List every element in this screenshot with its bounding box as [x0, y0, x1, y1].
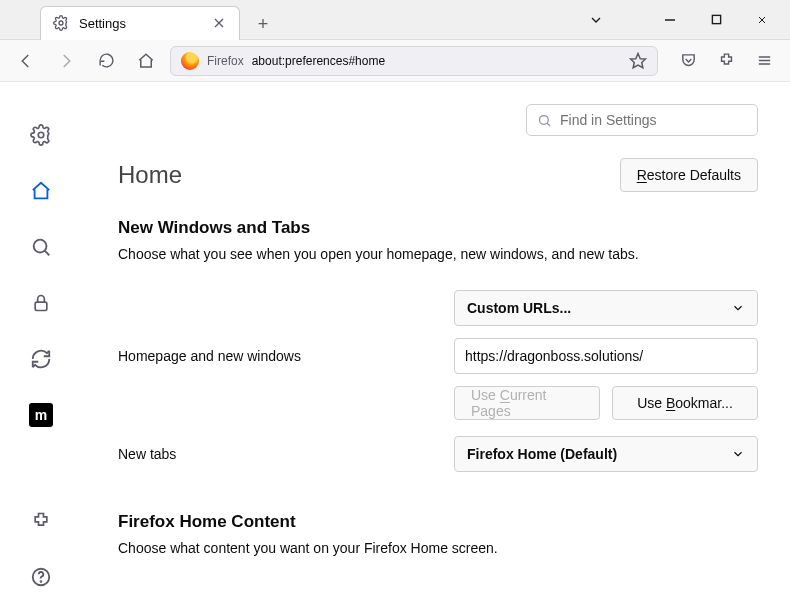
homepage-label: Homepage and new windows	[118, 348, 454, 364]
gear-icon	[53, 15, 69, 31]
sidebar-item-help[interactable]	[21, 558, 61, 596]
newtabs-select[interactable]: Firefox Home (Default)	[454, 436, 758, 472]
identity-label: Firefox	[207, 54, 244, 68]
window-controls	[578, 2, 790, 38]
homepage-url-input[interactable]	[454, 338, 758, 374]
homepage-mode-select[interactable]: Custom URLs...	[454, 290, 758, 326]
search-icon	[537, 113, 552, 128]
sidebar-item-general[interactable]	[21, 116, 61, 154]
svg-point-7	[41, 581, 42, 582]
svg-point-4	[34, 240, 47, 253]
chevron-down-icon[interactable]	[578, 2, 614, 38]
bookmark-star-icon[interactable]	[629, 52, 647, 70]
search-placeholder: Find in Settings	[560, 112, 657, 128]
svg-rect-5	[35, 302, 47, 310]
reload-button[interactable]	[90, 45, 122, 77]
svg-point-8	[540, 115, 549, 124]
page-title: Home	[118, 161, 182, 189]
use-current-pages-button[interactable]: Use Current Pages	[454, 386, 600, 420]
puzzle-icon	[31, 511, 51, 531]
chevron-down-icon	[731, 447, 745, 461]
new-tab-button[interactable]: +	[248, 10, 278, 40]
navigation-toolbar: Firefox about:preferences#home	[0, 40, 790, 82]
mozilla-icon: m	[29, 403, 53, 427]
url-text: about:preferences#home	[252, 54, 385, 68]
minimize-button[interactable]	[652, 2, 688, 38]
search-input[interactable]: Find in Settings	[526, 104, 758, 136]
window-titlebar: Settings +	[0, 0, 790, 40]
pocket-button[interactable]	[672, 45, 704, 77]
close-window-button[interactable]	[744, 2, 780, 38]
select-value: Custom URLs...	[467, 300, 571, 316]
sidebar-item-privacy[interactable]	[21, 284, 61, 322]
maximize-button[interactable]	[698, 2, 734, 38]
section-heading-new-windows: New Windows and Tabs	[118, 218, 758, 238]
lock-icon	[31, 292, 51, 314]
tab-settings[interactable]: Settings	[40, 6, 240, 40]
preferences-main: Find in Settings Home Restore Defaults N…	[82, 82, 790, 596]
search-icon	[30, 236, 52, 258]
home-button[interactable]	[130, 45, 162, 77]
restore-defaults-button[interactable]: Restore Defaults	[620, 158, 758, 192]
chevron-down-icon	[731, 301, 745, 315]
firefox-logo-icon	[181, 52, 199, 70]
back-button[interactable]	[10, 45, 42, 77]
use-bookmark-button[interactable]: Use Bookmar...	[612, 386, 758, 420]
section-heading-home-content: Firefox Home Content	[118, 512, 758, 532]
svg-point-3	[38, 132, 44, 138]
sidebar-item-mozilla[interactable]: m	[21, 396, 61, 434]
svg-marker-2	[631, 53, 646, 67]
section-description: Choose what you see when you open your h…	[118, 246, 758, 262]
sync-icon	[30, 348, 52, 370]
section-description-home-content: Choose what content you want on your Fir…	[118, 540, 758, 556]
tab-title: Settings	[79, 16, 126, 31]
home-icon	[30, 180, 52, 202]
sidebar-item-home[interactable]	[21, 172, 61, 210]
url-bar[interactable]: Firefox about:preferences#home	[170, 46, 658, 76]
preferences-content: m Find in Settings Home Restore Defaults…	[0, 82, 790, 596]
app-menu-button[interactable]	[748, 45, 780, 77]
close-icon[interactable]	[211, 15, 227, 31]
extensions-button[interactable]	[710, 45, 742, 77]
gear-icon	[30, 124, 52, 146]
svg-point-0	[59, 21, 63, 25]
settings-sidebar: m	[0, 82, 82, 596]
select-value: Firefox Home (Default)	[467, 446, 617, 462]
svg-rect-1	[712, 15, 720, 23]
newtabs-label: New tabs	[118, 446, 454, 462]
forward-button[interactable]	[50, 45, 82, 77]
sidebar-item-extensions[interactable]	[21, 502, 61, 540]
sidebar-item-sync[interactable]	[21, 340, 61, 378]
tab-strip: Settings +	[40, 0, 278, 40]
sidebar-item-search[interactable]	[21, 228, 61, 266]
help-icon	[30, 566, 52, 588]
